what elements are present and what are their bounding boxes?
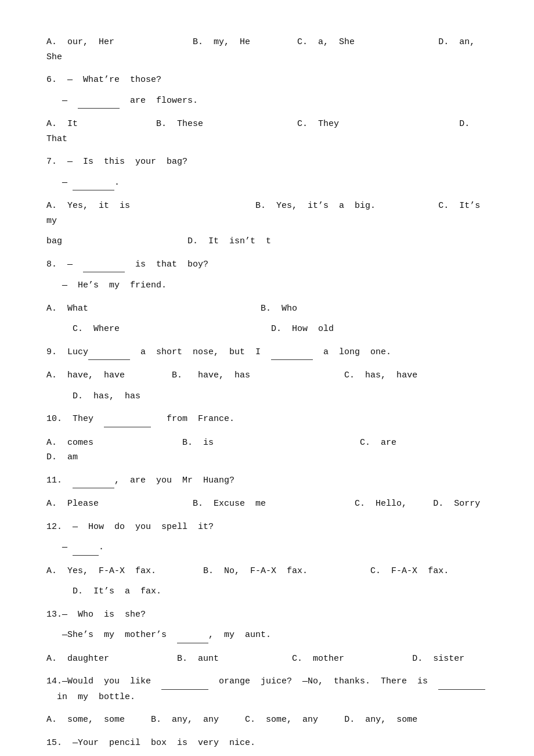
q13-opt-a: A. daughter [46, 654, 109, 664]
q7-opt-d-label: bag [46, 236, 62, 246]
q9-blank2 [271, 345, 313, 361]
q8-opt-a: A. What [46, 304, 88, 314]
q9-options-row1: A. have, have B. have, has C. has, have [46, 368, 488, 383]
q6-answer-line: — are flowers. [46, 93, 488, 109]
q14-opt-b: B. any, any [151, 715, 219, 725]
q7-text: 7. — Is this your bag? [46, 157, 187, 167]
q12-opt-c: C. F-A-X fax. [370, 566, 449, 576]
q12-opt-b: B. No, F-A-X fax. [203, 566, 308, 576]
q9-text: 9. Lucy a short nose, but I a long one. [46, 347, 391, 357]
q9-blank1 [88, 345, 130, 361]
q8-options-row2: C. Where D. How old [46, 322, 488, 337]
q13-blank [177, 628, 208, 643]
question-15: 15. —Your pencil box is very nice. [46, 736, 488, 751]
q9-opt-a: A. have, have [46, 370, 125, 380]
q9-opt-c: C. has, have [344, 370, 417, 380]
q7-opt-b: B. Yes, it’s a big. [255, 201, 376, 211]
question-6: 6. — What’re those? [46, 73, 488, 88]
q7-options-row2: bag D. It isn’t t [46, 234, 488, 249]
q13-opt-c: C. mother [292, 654, 344, 664]
q10-blank [104, 412, 151, 427]
q12-text: 12. — How do you spell it? [46, 522, 214, 532]
q10-opt-d: D. am [46, 452, 78, 462]
q13-options: A. daughter B. aunt C. mother D. sister [46, 651, 488, 667]
q14-options: A. some, some B. any, any C. some, any D… [46, 712, 488, 728]
q9-options-row2: D. has, has [46, 389, 488, 404]
q9-opt-b: B. have, has [172, 370, 250, 380]
q14-opt-d: D. any, some [344, 715, 417, 725]
q7-blank [73, 175, 114, 191]
q6-opt-c: C. They [297, 119, 339, 129]
q6-text: 6. — What’re those? [46, 75, 161, 85]
q8-answer: — He’s my friend. [46, 280, 167, 290]
q6-opt-a: A. It [46, 119, 78, 129]
q6-blank [78, 93, 120, 109]
q9-opt-d: D. has, has [73, 391, 140, 401]
question-14: 14.—Would you like orange juice? —No, th… [46, 674, 488, 704]
q7-opt-a: A. Yes, it is [46, 201, 130, 211]
q12-options-row2: D. It’s a fax. [46, 584, 488, 599]
q11-opt-d: D. Sorry [433, 499, 480, 509]
q13-text: 13.— Who is she? [46, 610, 146, 620]
option-c-top: C. a, She [297, 37, 355, 47]
q15-text: 15. —Your pencil box is very nice. [46, 738, 255, 748]
option-a-top: A. our, Her [46, 37, 114, 47]
q11-opt-a: A. Please [46, 499, 99, 509]
q12-options-row1: A. Yes, F-A-X fax. B. No, F-A-X fax. C. … [46, 564, 488, 579]
q14-blank2 [438, 674, 485, 690]
question-10: 10. They from France. [46, 412, 488, 427]
q14-blank1 [161, 674, 208, 690]
q10-options: A. comes B. is C. are D. am [46, 435, 488, 465]
q12-dash: — . [46, 542, 104, 552]
q11-opt-c: C. Hello, [355, 499, 407, 509]
q6-dash: — are flowers. [46, 96, 198, 106]
q14-text: 14.—Would you like orange juice? —No, th… [46, 676, 485, 702]
q8-answer-line: — He’s my friend. [46, 278, 488, 293]
q10-opt-c: C. are [360, 438, 396, 448]
q14-opt-a: A. some, some [46, 715, 125, 725]
q10-opt-a: A. comes [46, 438, 93, 448]
q11-blank [73, 473, 114, 489]
option-b-top: B. my, He [193, 37, 250, 47]
q14-opt-c: C. some, any [245, 715, 318, 725]
q12-blank [73, 540, 99, 556]
question-13: 13.— Who is she? [46, 607, 488, 622]
q8-options-row1: A. What B. Who [46, 301, 488, 316]
q11-options: A. Please B. Excuse me C. Hello, D. Sorr… [46, 496, 488, 512]
q7-opt-d: D. It isn’t t [187, 236, 271, 246]
q6-options: A. It B. These C. They D. That [46, 117, 488, 146]
question-7: 7. — Is this your bag? [46, 154, 488, 170]
q7-options-row1: A. Yes, it is B. Yes, it’s a big. C. It’… [46, 199, 488, 228]
q13-answer-line: —She’s my mother’s , my aunt. [46, 628, 488, 643]
q11-opt-b: B. Excuse me [193, 499, 266, 509]
q6-opt-b: B. These [156, 119, 203, 129]
q7-answer-line: — . [46, 175, 488, 191]
q13-answer: —She’s my mother’s , my aunt. [46, 630, 271, 640]
q13-opt-b: B. aunt [177, 654, 219, 664]
question-11: 11. , are you Mr Huang? [46, 473, 488, 489]
q8-blank [83, 257, 125, 273]
q7-dash: — . [46, 178, 120, 188]
q11-text: 11. , are you Mr Huang? [46, 476, 234, 485]
q10-opt-b: B. is [182, 438, 214, 448]
q8-text: 8. — is that boy? [46, 260, 208, 269]
q10-text: 10. They from France. [46, 414, 234, 424]
q8-opt-c: C. Where [73, 324, 120, 334]
question-12: 12. — How do you spell it? [46, 520, 488, 535]
q6-opt-d: D. That [46, 119, 475, 144]
q13-opt-d: D. sister [412, 654, 464, 664]
question-8: 8. — is that boy? [46, 257, 488, 273]
q12-opt-a: A. Yes, F-A-X fax. [46, 566, 156, 576]
q12-answer-line: — . [46, 540, 488, 556]
q8-opt-d: D. How old [271, 324, 334, 334]
top-options-row: A. our, Her B. my, He C. a, She D. an, S… [46, 35, 488, 64]
question-9: 9. Lucy a short nose, but I a long one. [46, 345, 488, 361]
q8-opt-b: B. Who [261, 304, 297, 314]
q12-opt-d: D. It’s a fax. [73, 586, 161, 596]
